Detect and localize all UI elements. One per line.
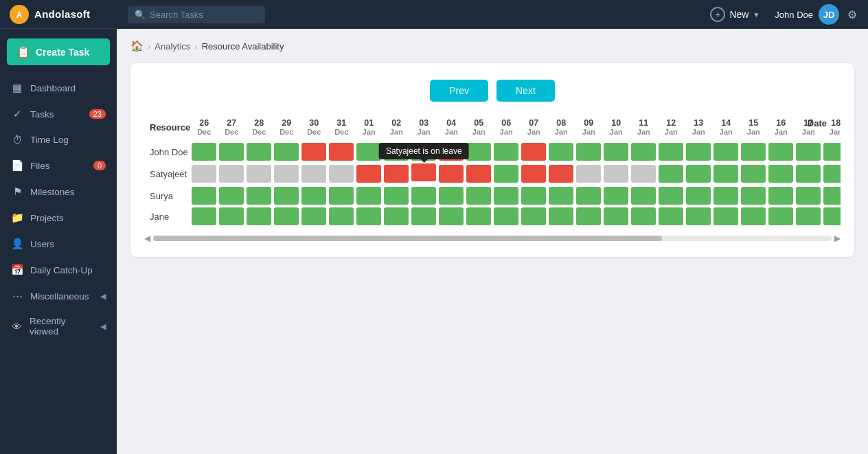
day-cell-1-4 <box>300 162 328 185</box>
day-cell-1-3 <box>273 162 300 185</box>
day-cell-3-21 <box>767 206 795 227</box>
breadcrumb: 🏠 › Analytics › Resource Availability <box>130 40 854 52</box>
settings-icon[interactable]: ⚙ <box>847 8 857 21</box>
day-cell-2-11 <box>492 185 520 206</box>
day-cell-3-19 <box>712 206 740 227</box>
breadcrumb-analytics[interactable]: Analytics <box>155 41 190 52</box>
day-cell-3-6 <box>355 206 382 227</box>
sidebar-nav: ▦ Dashboard ✓ Tasks 23 ⏱ Time Log 📄 File… <box>0 75 117 454</box>
day-cell-3-13 <box>547 206 575 227</box>
day-cell-2-0 <box>190 185 218 206</box>
day-cell-0-12 <box>520 141 547 162</box>
sidebar-item-tasks[interactable]: ✓ Tasks 23 <box>0 101 117 127</box>
sidebar-item-files[interactable]: 📄 Files 0 <box>0 152 117 179</box>
dashboard-icon: ▦ <box>11 82 23 94</box>
date-header-13: 08Jan <box>547 115 575 141</box>
scroll-track[interactable] <box>153 236 832 241</box>
day-cell-1-2 <box>245 162 273 185</box>
day-cell-3-11 <box>492 206 520 227</box>
sidebar-item-projects[interactable]: 📁 Projects <box>0 205 117 231</box>
user-area[interactable]: John Doe JD <box>775 4 839 25</box>
day-cell-0-20 <box>740 141 767 162</box>
day-cell-3-16 <box>630 206 657 227</box>
scroll-left-arrow[interactable]: ◀ <box>144 234 150 243</box>
create-task-button[interactable]: 📋 Create Task <box>7 38 110 65</box>
day-cell-1-8: Satyajeet is on leave <box>410 162 437 185</box>
date-header-2: 28Dec <box>245 115 273 141</box>
milestones-icon: ⚑ <box>11 185 23 198</box>
day-cell-0-3 <box>273 141 300 162</box>
user-name: John Doe <box>775 10 813 20</box>
date-header-20: 15Jan <box>740 115 767 141</box>
logo-icon: A <box>10 5 29 24</box>
day-cell-2-22 <box>795 185 822 206</box>
day-cell-2-6 <box>355 185 382 206</box>
day-cell-0-1 <box>218 141 245 162</box>
recent-arrow: ◀ <box>100 322 106 331</box>
date-header-9: 04Jan <box>437 115 465 141</box>
day-cell-2-10 <box>465 185 492 206</box>
sidebar: A Andolasoft 📋 Create Task ▦ Dashboard ✓… <box>0 0 117 454</box>
resource-name-2: Surya <box>144 185 190 206</box>
recent-icon: 👁 <box>11 321 23 332</box>
date-header-8: 03Jan <box>410 115 437 141</box>
day-cell-0-19 <box>712 141 740 162</box>
day-cell-1-0 <box>190 162 218 185</box>
day-cell-1-13 <box>547 162 575 185</box>
files-icon: 📄 <box>11 159 23 172</box>
main-area: 🔍 + New ▼ John Doe JD ⚙ 🏠 › Analytics › … <box>117 0 868 454</box>
scroll-right-arrow[interactable]: ▶ <box>834 234 841 243</box>
date-header-3: 29Dec <box>273 115 300 141</box>
day-cell-1-12 <box>520 162 547 185</box>
day-cell-3-8 <box>410 206 437 227</box>
day-cell-3-23 <box>822 206 841 227</box>
day-cell-2-16 <box>630 185 657 206</box>
sidebar-item-miscellaneous[interactable]: ⋯ Miscellaneous ◀ <box>0 283 117 309</box>
date-header-21: 16Jan <box>767 115 795 141</box>
day-cell-3-10 <box>465 206 492 227</box>
sidebar-item-dashboard[interactable]: ▦ Dashboard <box>0 75 117 101</box>
table-row: Satyajeet Satyajeet is on leave <box>144 162 841 185</box>
date-header-15: 10Jan <box>602 115 630 141</box>
day-cell-1-7 <box>382 162 410 185</box>
day-cell-1-15 <box>602 162 630 185</box>
day-cell-1-19 <box>712 162 740 185</box>
date-header-7: 02Jan <box>382 115 410 141</box>
timelog-icon: ⏱ <box>11 134 23 146</box>
prev-button[interactable]: Prev <box>430 80 488 102</box>
day-cell-0-18 <box>685 141 712 162</box>
day-cell-2-13 <box>547 185 575 206</box>
day-cell-0-7 <box>382 141 410 162</box>
svg-text:A: A <box>16 10 23 20</box>
resource-table: Resource 26Dec27Dec28Dec29Dec30Dec31Dec0… <box>144 115 841 227</box>
day-cell-0-21 <box>767 141 795 162</box>
sidebar-item-daily-catchup[interactable]: 📅 Daily Catch-Up <box>0 257 117 283</box>
day-cell-3-0 <box>190 206 218 227</box>
day-cell-0-13 <box>547 141 575 162</box>
new-button[interactable]: + New ▼ <box>703 4 766 25</box>
date-header-5: 31Dec <box>328 115 355 141</box>
sidebar-logo: A Andolasoft <box>0 0 117 29</box>
day-cell-1-6 <box>355 162 382 185</box>
day-cell-2-20 <box>740 185 767 206</box>
table-row: Surya <box>144 185 841 206</box>
day-cell-1-23 <box>822 162 841 185</box>
day-cell-1-17 <box>657 162 685 185</box>
scrollbar[interactable]: ◀ ▶ <box>144 234 841 243</box>
next-button[interactable]: Next <box>496 80 555 102</box>
day-cell-0-11 <box>492 141 520 162</box>
home-icon[interactable]: 🏠 <box>130 40 144 52</box>
day-cell-3-5 <box>328 206 355 227</box>
day-cell-2-21 <box>767 185 795 206</box>
day-cell-1-18 <box>685 162 712 185</box>
sidebar-item-users[interactable]: 👤 Users <box>0 231 117 257</box>
day-cell-1-9 <box>437 162 465 185</box>
date-header-1: 27Dec <box>218 115 245 141</box>
day-cell-1-22 <box>795 162 822 185</box>
sidebar-item-milestones[interactable]: ⚑ Milestones <box>0 179 117 205</box>
day-cell-1-1 <box>218 162 245 185</box>
projects-icon: 📁 <box>11 212 23 224</box>
sidebar-item-timelog[interactable]: ⏱ Time Log <box>0 127 117 152</box>
sidebar-item-recently-viewed[interactable]: 👁 Recently viewed ◀ <box>0 309 117 343</box>
search-input[interactable] <box>150 10 260 20</box>
